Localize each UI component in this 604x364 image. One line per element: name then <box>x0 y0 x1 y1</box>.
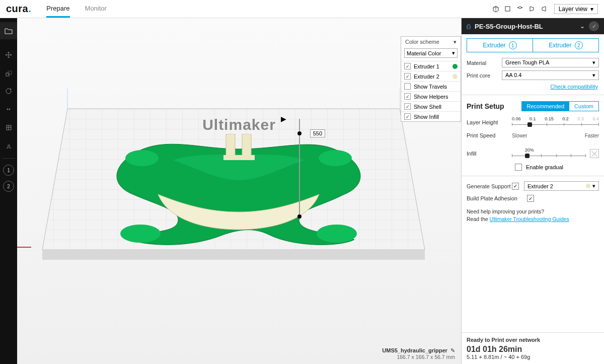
checkbox-infill[interactable]: ✓ <box>404 113 411 120</box>
layer-slider-top-knob[interactable] <box>297 131 301 135</box>
printcore-select[interactable]: AA 0.4▾ <box>502 70 599 80</box>
svg-rect-0 <box>505 7 510 11</box>
label-shell: Show Shell <box>414 104 441 110</box>
adhesion-label: Build Plate Adhesion <box>467 195 527 201</box>
extruder-2-tab[interactable]: Extruder 2 <box>533 39 598 52</box>
brand-label: Ultimaker <box>202 116 276 133</box>
chevron-down-icon[interactable]: ▾ <box>454 39 457 45</box>
checkbox-extruder-2[interactable]: ✓ <box>404 73 411 80</box>
move-tool[interactable] <box>0 46 17 63</box>
svg-rect-16 <box>223 155 255 160</box>
color-scheme-select[interactable]: Material Color▾ <box>404 48 458 58</box>
mirror-tool[interactable] <box>0 101 17 118</box>
infill-pattern-icon[interactable] <box>590 149 599 158</box>
tool-sidebar: 1 2 <box>0 18 17 364</box>
scale-tool[interactable] <box>0 64 17 82</box>
edit-icon[interactable]: ✎ <box>449 347 455 353</box>
tab-prepare[interactable]: Prepare <box>46 1 69 18</box>
model-dimensions: 166.7 x 166.7 x 56.7 mm <box>397 354 455 360</box>
check-compatibility-link[interactable]: Check compatibility <box>462 82 604 92</box>
view-3d-icon[interactable] <box>491 4 501 14</box>
extruder-1-tab[interactable]: Extruder 1 <box>467 39 533 52</box>
play-icon[interactable]: ▶ <box>281 115 286 123</box>
help-question: Need help improving your prints? <box>467 208 544 214</box>
svg-marker-7 <box>42 250 425 260</box>
adhesion-checkbox[interactable]: ✓ <box>527 195 534 202</box>
mode-recommended[interactable]: Recommended <box>522 102 570 111</box>
printer-status-icon[interactable]: ✓ <box>589 21 599 31</box>
infill-label: Infill <box>467 151 512 157</box>
checkbox-travels[interactable] <box>404 83 411 90</box>
chevron-down-icon: ▾ <box>590 6 593 13</box>
svg-point-3 <box>6 89 11 94</box>
printer-select[interactable]: ⎙ PE-S5-Group-Host-BL ⌄ ✓ <box>462 18 604 34</box>
swatch-extruder-2 <box>452 74 458 79</box>
mode-custom[interactable]: Custom <box>569 102 598 111</box>
chevron-down-icon[interactable]: ⌄ <box>580 23 585 30</box>
printer-name: PE-S5-Group-Host-BL <box>475 23 543 30</box>
print-speed-label: Print Speed <box>467 132 512 138</box>
viewport-3d[interactable]: Ultimaker ▶ 550 <box>17 18 461 364</box>
per-model-tool[interactable] <box>0 119 17 136</box>
checkbox-helpers[interactable]: ✓ <box>404 93 411 100</box>
status-time: 01d 01h 26min <box>467 345 599 354</box>
layer-height-slider[interactable] <box>512 121 599 128</box>
view-top-icon[interactable] <box>515 4 525 14</box>
support-blocker-tool[interactable] <box>0 137 17 154</box>
axis-mark <box>17 247 31 248</box>
app-logo: cura. <box>6 3 31 15</box>
extruder-badge-2[interactable]: 2 <box>3 181 14 192</box>
svg-point-11 <box>319 150 352 166</box>
printcore-label: Print core <box>467 72 498 79</box>
label-infill: Show Infill <box>414 114 439 120</box>
enable-gradual-checkbox[interactable] <box>515 164 522 171</box>
troubleshooting-link[interactable]: Ultimaker Troubleshooting Guides <box>490 216 569 222</box>
status-title: Ready to Print over network <box>467 337 599 343</box>
material-label: Material <box>467 60 498 66</box>
label-extruder-2: Extruder 2 <box>414 74 439 80</box>
infill-slider[interactable] <box>512 153 586 160</box>
layer-slider[interactable]: ▶ 550 <box>290 119 310 220</box>
svg-point-10 <box>125 150 159 166</box>
model-preview <box>98 134 380 250</box>
layer-value: 550 <box>310 129 325 137</box>
color-scheme-label: Color scheme <box>405 39 439 45</box>
status-detail: 5.11 + 8.81m / ~ 40 + 69g <box>467 354 599 360</box>
material-select[interactable]: Green Tough PLA▾ <box>502 58 599 67</box>
support-label: Generate Support <box>467 183 512 189</box>
extruder-badge-1[interactable]: 1 <box>3 165 14 176</box>
view-mode-select[interactable]: Layer view▾ <box>554 4 598 14</box>
rotate-tool[interactable] <box>0 83 17 100</box>
layer-height-label: Layer Height <box>467 119 512 125</box>
open-file-button[interactable] <box>0 22 17 39</box>
checkbox-shell[interactable]: ✓ <box>404 103 411 110</box>
label-helpers: Show Helpers <box>414 94 448 100</box>
layer-view-options: Color scheme▾ Material Color▾ ✓Extruder … <box>401 36 461 122</box>
view-right-icon[interactable] <box>539 4 549 14</box>
swatch-extruder-1 <box>452 64 458 69</box>
enable-gradual-label: Enable gradual <box>526 164 563 170</box>
label-extruder-1: Extruder 1 <box>414 63 439 69</box>
print-setup-title: Print Setup <box>467 102 504 110</box>
label-travels: Show Travels <box>414 84 447 90</box>
svg-point-13 <box>317 225 357 243</box>
view-front-icon[interactable] <box>503 4 513 14</box>
tab-monitor[interactable]: Monitor <box>85 1 107 18</box>
checkbox-extruder-1[interactable]: ✓ <box>404 63 411 69</box>
svg-point-12 <box>120 225 161 243</box>
svg-rect-1 <box>6 73 9 76</box>
support-extruder-select[interactable]: Extruder 2▾ <box>524 181 599 191</box>
support-checkbox[interactable]: ✓ <box>512 183 519 190</box>
layer-slider-bottom-knob[interactable] <box>297 214 301 219</box>
view-left-icon[interactable] <box>527 4 537 14</box>
printer-icon: ⎙ <box>467 23 471 30</box>
model-name: UMS5_hydraulic_gripper <box>382 347 447 353</box>
